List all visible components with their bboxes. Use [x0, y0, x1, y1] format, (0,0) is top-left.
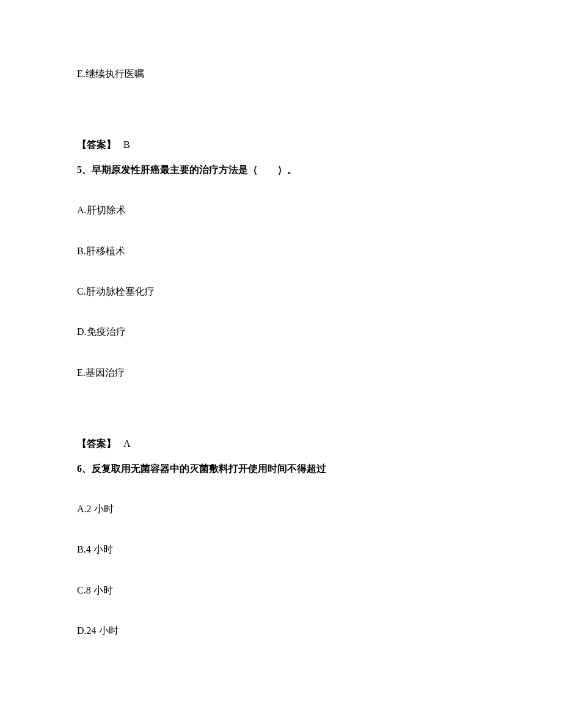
q5-option-a: A.肝切除术 — [77, 204, 485, 217]
q5-option-b: B.肝移植术 — [77, 245, 485, 258]
q6-option-b: B.4 小时 — [77, 543, 485, 556]
q4-answer: 【答案】B — [77, 138, 485, 152]
q5-option-e: E.基因治疗 — [77, 366, 485, 380]
q6-option-d: D.24 小时 — [77, 624, 485, 638]
q4-answer-label: 【答案】 — [77, 139, 116, 150]
spacer — [77, 406, 485, 437]
q5-answer: 【答案】A — [77, 437, 485, 450]
q5-answer-value: A — [123, 438, 131, 449]
q6-stem: 6、反复取用无菌容器中的灭菌敷料打开使用时间不得超过 — [77, 462, 485, 476]
q5-stem: 5、早期原发性肝癌最主要的治疗方法是（ ）。 — [77, 163, 485, 177]
spacer — [77, 108, 485, 138]
q5-option-d: D.免疫治疗 — [77, 325, 485, 339]
q5-answer-label: 【答案】 — [77, 438, 116, 449]
q4-answer-value: B — [123, 139, 130, 150]
page-content: E.继续执行医嘱 【答案】B 5、早期原发性肝癌最主要的治疗方法是（ ）。 A.… — [0, 0, 562, 638]
q6-option-c: C.8 小时 — [77, 584, 485, 597]
q5-option-c: C.肝动脉栓塞化疗 — [77, 285, 485, 298]
q6-option-a: A.2 小时 — [77, 502, 485, 516]
q4-option-e: E.继续执行医嘱 — [77, 67, 485, 81]
